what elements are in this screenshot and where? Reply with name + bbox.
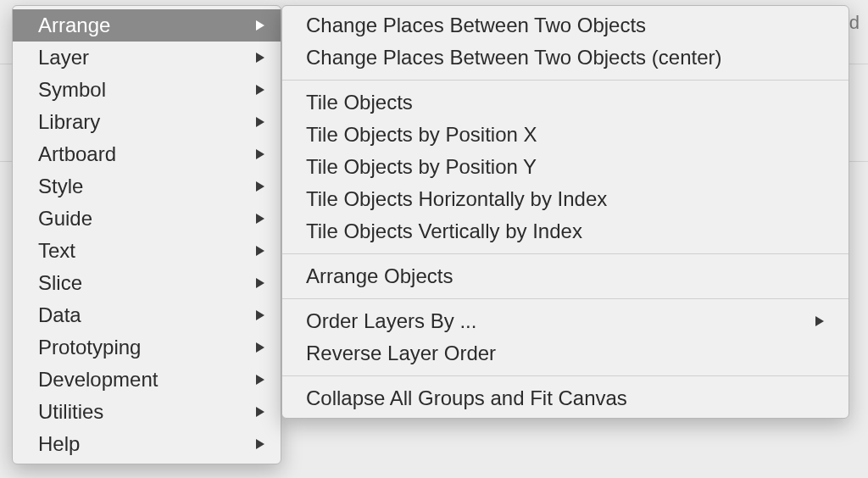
submenu-arrow-icon [255,181,265,192]
menu-item-symbol[interactable]: Symbol [13,74,281,106]
menu-separator [282,375,849,376]
menu-item-arrange[interactable]: Arrange [13,9,281,42]
submenu-arrow-icon [255,438,265,450]
menu-item-label: Tile Objects [306,91,413,114]
submenu-item-change-places[interactable]: Change Places Between Two Objects [282,9,849,42]
submenu-item-collapse-groups-fit-canvas[interactable]: Collapse All Groups and Fit Canvas [282,382,849,414]
menu-item-label: Utilities [38,400,103,424]
menu-item-label: Tile Objects Vertically by Index [306,220,582,243]
menu-item-label: Style [38,175,83,198]
menu-item-label: Change Places Between Two Objects [306,14,646,37]
menu-item-label: Arrange Objects [306,264,453,288]
menu-item-label: Layer [38,46,89,69]
submenu-arrow-icon [255,342,265,353]
submenu-item-tile-position-x[interactable]: Tile Objects by Position X [282,119,849,151]
menu-item-development[interactable]: Development [13,364,281,396]
menu-item-label: Help [38,432,80,456]
arrange-submenu: Change Places Between Two Objects Change… [281,5,849,419]
menu-item-prototyping[interactable]: Prototyping [13,331,281,364]
menu-item-guide[interactable]: Guide [13,203,281,235]
submenu-item-tile-vertically-index[interactable]: Tile Objects Vertically by Index [282,215,849,247]
menu-item-label: Tile Objects by Position X [306,123,537,147]
menu-item-label: Text [38,239,75,263]
submenu-item-tile-position-y[interactable]: Tile Objects by Position Y [282,151,849,183]
menu-item-label: Arrange [38,14,110,37]
menu-separator [282,298,849,299]
menu-item-text[interactable]: Text [13,235,281,267]
submenu-arrow-icon [255,116,265,128]
menu-item-label: Slice [38,271,82,295]
menu-item-label: Development [38,368,158,392]
menu-item-utilities[interactable]: Utilities [13,396,281,428]
submenu-arrow-icon [815,315,825,327]
submenu-item-tile-horizontally-index[interactable]: Tile Objects Horizontally by Index [282,183,849,215]
submenu-item-arrange-objects[interactable]: Arrange Objects [282,260,849,292]
menu-item-label: Symbol [38,78,106,102]
submenu-arrow-icon [255,148,265,160]
menu-item-data[interactable]: Data [13,299,281,331]
menu-item-label: Artboard [38,142,116,166]
submenu-arrow-icon [255,245,265,257]
menu-item-label: Guide [38,207,92,231]
submenu-arrow-icon [255,309,265,321]
submenu-arrow-icon [255,374,265,386]
menu-item-label: Change Places Between Two Objects (cente… [306,46,721,69]
menu-item-artboard[interactable]: Artboard [13,138,281,170]
submenu-arrow-icon [255,406,265,418]
primary-menu: Arrange Layer Symbol Library Artboard St… [12,5,281,464]
menu-item-label: Reverse Layer Order [306,342,496,365]
menu-item-label: Tile Objects by Position Y [306,155,537,179]
submenu-arrow-icon [255,213,265,225]
menu-item-layer[interactable]: Layer [13,42,281,74]
menu-item-label: Order Layers By ... [306,309,476,333]
menu-item-style[interactable]: Style [13,170,281,203]
submenu-arrow-icon [255,52,265,64]
submenu-arrow-icon [255,84,265,96]
menu-item-library[interactable]: Library [13,106,281,138]
background-text-fragment: d [849,12,860,34]
menu-item-label: Tile Objects Horizontally by Index [306,187,607,211]
submenu-arrow-icon [255,19,265,31]
submenu-item-change-places-center[interactable]: Change Places Between Two Objects (cente… [282,42,849,74]
menu-item-help[interactable]: Help [13,428,281,460]
menu-item-label: Collapse All Groups and Fit Canvas [306,386,627,410]
submenu-item-order-layers-by[interactable]: Order Layers By ... [282,305,849,337]
submenu-arrow-icon [255,277,265,289]
submenu-item-tile-objects[interactable]: Tile Objects [282,86,849,119]
menu-separator [282,80,849,81]
menu-item-label: Data [38,303,81,327]
menu-item-slice[interactable]: Slice [13,267,281,299]
submenu-item-reverse-layer-order[interactable]: Reverse Layer Order [282,337,849,370]
menu-separator [282,253,849,254]
menu-item-label: Prototyping [38,336,141,359]
menu-item-label: Library [38,110,100,134]
